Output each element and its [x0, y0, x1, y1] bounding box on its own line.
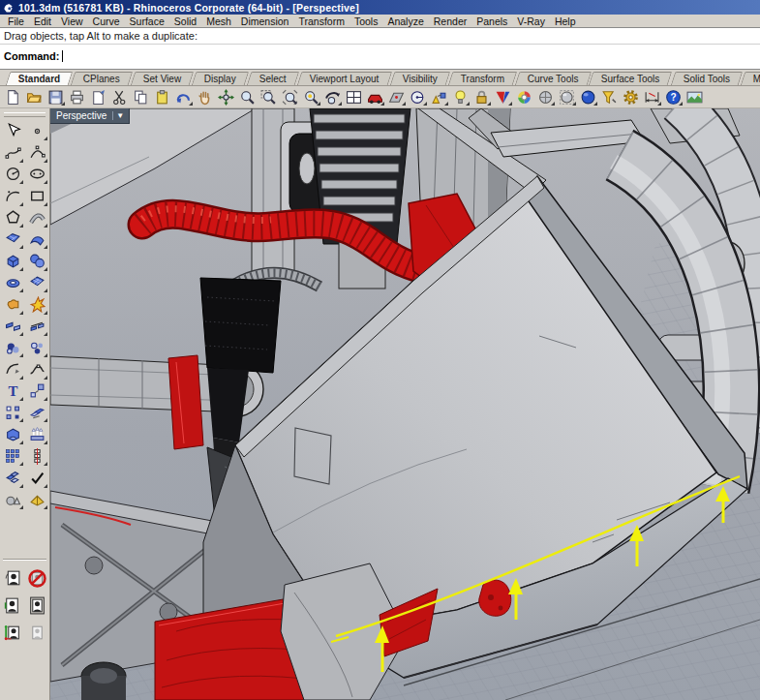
tab-display[interactable]: Display	[192, 72, 249, 85]
cplane-view-icon[interactable]	[2, 621, 23, 644]
copy-icon[interactable]	[130, 87, 151, 107]
object-snap-icon[interactable]	[428, 87, 449, 107]
curve-control-points-tool-icon[interactable]	[26, 141, 48, 163]
tab-visibility[interactable]: Visibility	[389, 72, 449, 85]
array-tool-icon[interactable]	[2, 402, 24, 423]
new-file-icon[interactable]	[2, 87, 23, 107]
selection-filter-icon[interactable]	[598, 87, 620, 107]
set-view-icon[interactable]	[407, 87, 428, 107]
cplane-icon[interactable]	[385, 87, 407, 107]
options-gear-icon[interactable]	[620, 87, 641, 107]
text-object-tool-icon[interactable]: T	[2, 380, 24, 402]
trim-tool-icon[interactable]	[2, 316, 24, 337]
zoom-window-icon[interactable]	[258, 87, 279, 107]
viewport-layout-icon[interactable]	[343, 87, 364, 107]
rendered-mode-icon[interactable]	[27, 593, 48, 617]
menu-transform[interactable]: Transform	[293, 15, 349, 27]
tab-transform[interactable]: Transform	[447, 72, 517, 85]
menu-analyze[interactable]: Analyze	[382, 15, 428, 27]
menu-mesh[interactable]: Mesh	[201, 15, 236, 27]
rotate-view-icon[interactable]	[215, 87, 236, 107]
tab-curve-tools[interactable]: Curve Tools	[514, 72, 591, 85]
import-file-icon[interactable]	[87, 87, 108, 107]
torus-tool-icon[interactable]	[2, 272, 24, 293]
tab-solid-tools[interactable]: Solid Tools	[670, 72, 743, 85]
menu-help[interactable]: Help	[550, 15, 581, 27]
menu-file[interactable]: File	[3, 15, 29, 27]
wireframe-display-icon[interactable]	[534, 87, 556, 107]
viewport-title[interactable]: Perspective ▼	[50, 108, 130, 124]
rectangle-tool-icon[interactable]	[26, 185, 48, 206]
menu-tools[interactable]: Tools	[350, 15, 383, 27]
save-file-icon[interactable]	[45, 87, 66, 107]
grid-array-tool-icon[interactable]	[2, 445, 24, 467]
undo-icon[interactable]	[172, 87, 194, 107]
distribute-tool-icon[interactable]	[26, 445, 48, 467]
menu-solid[interactable]: Solid	[169, 15, 201, 27]
check-geometry-tool-icon[interactable]	[26, 467, 48, 488]
extrude-surface-tool-icon[interactable]	[26, 423, 48, 444]
menu-dimension[interactable]: Dimension	[236, 15, 294, 27]
help-icon[interactable]: ?	[662, 87, 684, 107]
split-tool-icon[interactable]	[26, 316, 48, 337]
zoom-selected-icon[interactable]	[300, 87, 321, 107]
menu-view[interactable]: View	[56, 15, 88, 27]
paste-icon[interactable]	[151, 87, 172, 107]
fillet-curve-tool-icon[interactable]	[2, 358, 24, 380]
layer-stack-tool-icon[interactable]	[2, 467, 24, 488]
menu-edit[interactable]: Edit	[29, 15, 56, 27]
menu-render[interactable]: Render	[429, 15, 471, 27]
select-tool-icon[interactable]	[2, 120, 24, 141]
menu-surface[interactable]: Surface	[125, 15, 169, 27]
tab-mesh-tools[interactable]: Mesh Tools	[741, 72, 760, 85]
vray-icon[interactable]	[492, 87, 513, 107]
disable-display-icon[interactable]	[27, 566, 48, 590]
zoom-extents-icon[interactable]	[279, 87, 300, 107]
tab-surface-tools[interactable]: Surface Tools	[589, 72, 673, 85]
perspective-viewport[interactable]: Perspective ▼	[50, 108, 760, 700]
ungroup-tool-icon[interactable]	[26, 337, 48, 358]
boolean-union-tool-icon[interactable]	[2, 293, 24, 315]
background-image-icon[interactable]	[684, 87, 705, 107]
point-tool-icon[interactable]	[26, 120, 48, 141]
ellipse-tool-icon[interactable]	[26, 164, 48, 185]
rotate-named-view-icon[interactable]	[2, 566, 23, 590]
render-pyramid-tool-icon[interactable]	[26, 489, 48, 510]
zoom-dynamic-icon[interactable]	[236, 87, 258, 107]
tab-standard[interactable]: Standard	[6, 72, 74, 85]
tab-cplanes[interactable]: CPlanes	[71, 72, 133, 85]
polygon-tool-icon[interactable]	[2, 207, 24, 228]
lock-objects-icon[interactable]	[471, 87, 492, 107]
pipe-curve-tool-icon[interactable]	[26, 207, 48, 228]
arc-tool-icon[interactable]	[2, 185, 24, 206]
sphere-tool-icon[interactable]	[26, 250, 48, 271]
explode-tool-icon[interactable]	[26, 293, 48, 315]
menu-curve[interactable]: Curve	[88, 15, 125, 27]
layer-lamp-icon[interactable]	[449, 87, 471, 107]
curve-sketch-tool-icon[interactable]	[2, 141, 24, 163]
toolbar-grip[interactable]	[4, 112, 46, 117]
print-icon[interactable]	[66, 87, 87, 107]
scale-tool-icon[interactable]	[26, 380, 48, 402]
dimension-icon[interactable]	[641, 87, 662, 107]
command-input-line[interactable]: Command:	[0, 45, 760, 68]
rendered-display-icon[interactable]	[577, 87, 598, 107]
shaded-mode-icon[interactable]	[2, 593, 23, 617]
tab-set-view[interactable]: Set View	[131, 72, 195, 85]
copy-object-tool-icon[interactable]	[26, 402, 48, 423]
shaded-preview-tool-icon[interactable]	[2, 489, 24, 510]
tab-select[interactable]: Select	[247, 72, 299, 85]
blend-curve-tool-icon[interactable]	[26, 358, 48, 380]
tab-viewport-layout[interactable]: Viewport Layout	[297, 72, 392, 85]
ghosted-mode-icon[interactable]	[27, 621, 48, 644]
surface-loft-tool-icon[interactable]	[26, 228, 48, 250]
surface-patch-tool-icon[interactable]	[2, 228, 24, 250]
circle-tool-icon[interactable]	[2, 164, 24, 185]
color-wheel-icon[interactable]	[513, 87, 534, 107]
surface-cage-tool-icon[interactable]	[26, 272, 48, 293]
named-views-icon[interactable]	[364, 87, 385, 107]
group-tool-icon[interactable]	[2, 337, 24, 358]
ghosted-display-icon[interactable]	[556, 87, 577, 107]
pan-hand-icon[interactable]	[194, 87, 215, 107]
menu-vray[interactable]: V-Ray	[512, 15, 550, 27]
